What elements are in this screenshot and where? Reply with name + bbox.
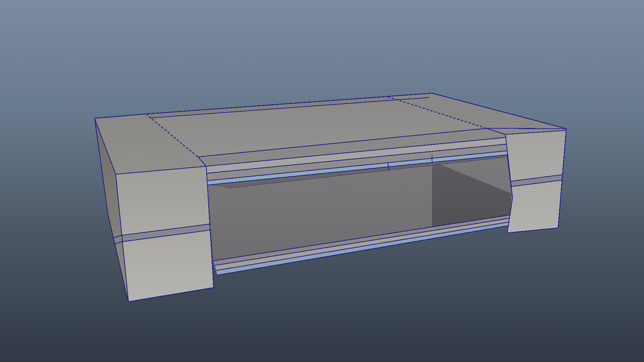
table-model-svg xyxy=(0,0,644,362)
sliver-front-edge xyxy=(486,128,567,129)
model-faces[interactable] xyxy=(95,93,567,302)
table-model[interactable] xyxy=(95,93,567,302)
viewport-3d[interactable] xyxy=(0,0,644,362)
